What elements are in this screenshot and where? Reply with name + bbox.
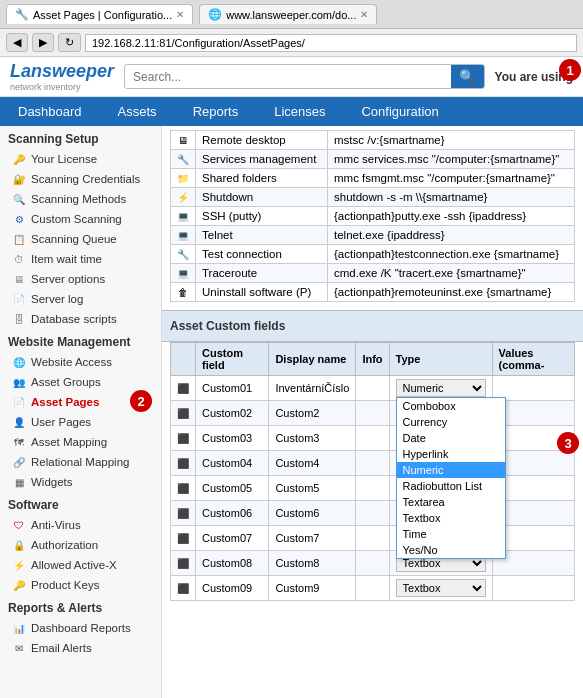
sidebar-section-website: Website Management (0, 329, 161, 352)
back-button[interactable]: ◀ (6, 33, 28, 52)
browser-chrome: 🔧 Asset Pages | Configuratio... ✕ 🌐 www.… (0, 0, 583, 57)
tab-2-close[interactable]: ✕ (360, 9, 368, 20)
sidebar-item-custom-scanning[interactable]: ⚙ Custom Scanning (0, 209, 161, 229)
sidebar-label-asset-pages: Asset Pages (31, 396, 99, 408)
cf-row-icon: ⬛ (177, 458, 189, 469)
table-row: 💻 Traceroute cmd.exe /K "tracert.exe {sm… (171, 264, 575, 283)
refresh-button[interactable]: ↻ (58, 33, 81, 52)
cf-field-4: Custom05 (196, 476, 269, 501)
search-input[interactable] (125, 66, 450, 88)
dropdown-option-yes/no[interactable]: Yes/No (397, 542, 505, 558)
cf-row-icon: ⬛ (177, 558, 189, 569)
cf-dropdown-list: ComboboxCurrencyDateHyperlinkNumericRadi… (396, 397, 506, 559)
dropdown-option-textarea[interactable]: Textarea (397, 494, 505, 510)
cf-type-select-8[interactable]: ComboboxCurrencyDateHyperlinkNumericRadi… (396, 579, 486, 597)
cf-row-8: ⬛Custom09Custom9ComboboxCurrencyDateHype… (171, 576, 575, 601)
cf-field-1: Custom02 (196, 401, 269, 426)
cf-type-8: ComboboxCurrencyDateHyperlinkNumericRadi… (389, 576, 492, 601)
sidebar-label-email-alerts: Email Alerts (31, 642, 92, 654)
table-row: 📁 Shared folders mmc fsmgmt.msc "/comput… (171, 169, 575, 188)
sidebar-item-server-options[interactable]: 🖥 Server options (0, 269, 161, 289)
dropdown-option-currency[interactable]: Currency (397, 414, 505, 430)
cf-field-7: Custom08 (196, 551, 269, 576)
cf-field-2: Custom03 (196, 426, 269, 451)
nav-licenses[interactable]: Licenses (256, 97, 343, 126)
dropdown-option-time[interactable]: Time (397, 526, 505, 542)
cf-type-select-0[interactable]: ComboboxCurrencyDateHyperlinkNumericRadi… (396, 379, 486, 397)
sidebar-item-user-pages[interactable]: 👤 User Pages (0, 412, 161, 432)
nav-assets[interactable]: Assets (100, 97, 175, 126)
search-button[interactable]: 🔍 (451, 65, 484, 88)
tab-1-label: Asset Pages | Configuratio... (33, 9, 172, 21)
nav-dashboard[interactable]: Dashboard (0, 97, 100, 126)
cf-values-8 (492, 576, 574, 601)
cf-col-type: Type (389, 343, 492, 376)
sidebar-item-db-scripts[interactable]: 🗄 Database scripts (0, 309, 161, 329)
sidebar-label-db: Database scripts (31, 313, 117, 325)
cmd-icon-5: 💻 (177, 230, 189, 241)
sidebar-item-waittime[interactable]: ⏱ Item wait time (0, 249, 161, 269)
sidebar-item-product-keys[interactable]: 🔑 Product Keys (0, 575, 161, 595)
tab-2[interactable]: 🌐 www.lansweeper.com/do... ✕ (199, 4, 377, 24)
dropdown-option-combobox[interactable]: Combobox (397, 398, 505, 414)
sidebar-label-custom: Custom Scanning (31, 213, 122, 225)
sidebar-item-widgets[interactable]: ▦ Widgets (0, 472, 161, 492)
address-bar[interactable] (85, 34, 577, 52)
cf-field-3: Custom04 (196, 451, 269, 476)
sidebar-section-scanning: Scanning Setup (0, 126, 161, 149)
dropdown-option-hyperlink[interactable]: Hyperlink (397, 446, 505, 462)
nav-reports[interactable]: Reports (175, 97, 257, 126)
sidebar-section-software: Software (0, 492, 161, 515)
main-layout: Scanning Setup 🔑 Your License 🔐 Scanning… (0, 126, 583, 698)
cf-row-4: ⬛Custom05Custom5ComboboxCurrencyDateHype… (171, 476, 575, 501)
cmd-icon-2: 📁 (177, 173, 189, 184)
dropdown-option-numeric[interactable]: Numeric (397, 462, 505, 478)
sidebar-item-license[interactable]: 🔑 Your License (0, 149, 161, 169)
sidebar-item-credentials[interactable]: 🔐 Scanning Credentials (0, 169, 161, 189)
sidebar-item-asset-groups[interactable]: 👥 Asset Groups (0, 372, 161, 392)
sidebar-item-website-access[interactable]: 🌐 Website Access (0, 352, 161, 372)
logo-text: Lansweeper (10, 61, 114, 82)
log-icon: 📄 (12, 292, 26, 306)
cf-field-8: Custom09 (196, 576, 269, 601)
cmd-value-6: {actionpath}testconnection.exe {smartnam… (327, 245, 574, 264)
sidebar-item-activex[interactable]: ⚡ Allowed Active-X (0, 555, 161, 575)
dropdown-option-date[interactable]: Date (397, 430, 505, 446)
sidebar-item-email-alerts[interactable]: ✉ Email Alerts (0, 638, 161, 658)
sidebar-item-relational-mapping[interactable]: 🔗 Relational Mapping (0, 452, 161, 472)
cf-row-0: ⬛Custom01InventárníČísloComboboxCurrency… (171, 376, 575, 401)
forward-button[interactable]: ▶ (32, 33, 54, 52)
logo: Lansweeper network inventory (10, 61, 114, 92)
sidebar-label-antivirus: Anti-Virus (31, 519, 81, 531)
sidebar-label-activex: Allowed Active-X (31, 559, 117, 571)
report-icon: 📊 (12, 621, 26, 635)
sidebar-item-authorization[interactable]: 🔒 Authorization (0, 535, 161, 555)
tab-1-close[interactable]: ✕ (176, 9, 184, 20)
scan-icon: 🔍 (12, 192, 26, 206)
sidebar-label-widgets: Widgets (31, 476, 73, 488)
sidebar-label-queue: Scanning Queue (31, 233, 117, 245)
sidebar-item-antivirus[interactable]: 🛡 Anti-Virus (0, 515, 161, 535)
sidebar-label-dashboard-reports: Dashboard Reports (31, 622, 131, 634)
sidebar-item-dashboard-reports[interactable]: 📊 Dashboard Reports (0, 618, 161, 638)
activex-icon: ⚡ (12, 558, 26, 572)
dropdown-option-textbox[interactable]: Textbox (397, 510, 505, 526)
sidebar-label-methods: Scanning Methods (31, 193, 126, 205)
cmd-label-7: Traceroute (196, 264, 328, 283)
user-icon: 👤 (12, 415, 26, 429)
sidebar-item-server-log[interactable]: 📄 Server log (0, 289, 161, 309)
custom-fields-section: Custom field Display name Info Type Valu… (162, 342, 583, 609)
nav-configuration[interactable]: Configuration (343, 97, 456, 126)
sidebar-item-queue[interactable]: 📋 Scanning Queue (0, 229, 161, 249)
search-box: 🔍 (124, 64, 484, 89)
dropdown-option-radiobutton-list[interactable]: Radiobutton List (397, 478, 505, 494)
sidebar-label-product-keys: Product Keys (31, 579, 99, 591)
cf-header-row: Custom field Display name Info Type Valu… (171, 343, 575, 376)
tab-1[interactable]: 🔧 Asset Pages | Configuratio... ✕ (6, 4, 193, 24)
cmd-value-5: telnet.exe {ipaddress} (327, 226, 574, 245)
sidebar-item-asset-pages[interactable]: 📄 Asset Pages 2 (0, 392, 161, 412)
sidebar-item-asset-mapping[interactable]: 🗺 Asset Mapping (0, 432, 161, 452)
cf-col-values: Values (comma- (492, 343, 574, 376)
sidebar-item-methods[interactable]: 🔍 Scanning Methods (0, 189, 161, 209)
cmd-icon-6: 🔧 (177, 249, 189, 260)
